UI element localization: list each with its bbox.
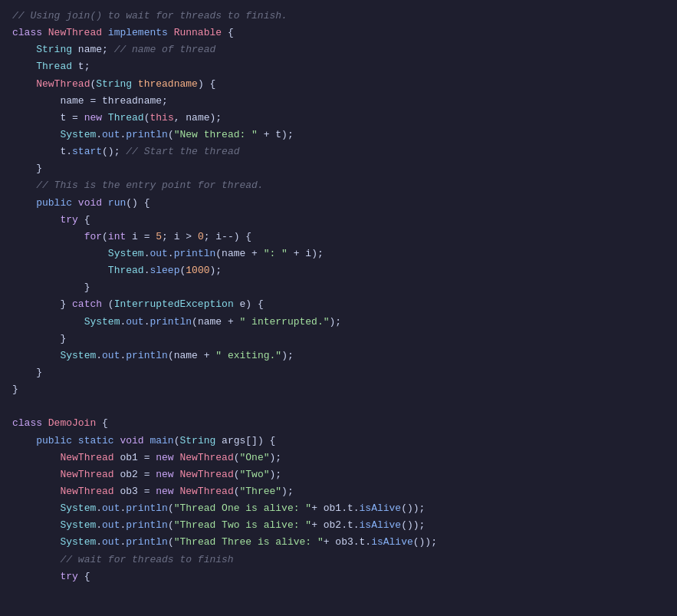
var-ob2: ob2 = — [120, 467, 156, 483]
indent-33 — [12, 552, 60, 568]
indent-7 — [12, 110, 60, 126]
code-line-27: NewThread ob1 = new NewThread("One"); — [0, 450, 677, 466]
code-line-16: Thread.sleep(1000); — [0, 262, 677, 279]
plus-30: + ob1.t. — [311, 501, 359, 516]
code-line-10: } — [0, 160, 677, 177]
println-15: println — [174, 246, 216, 262]
out-32: out — [102, 535, 120, 550]
out-8: out — [102, 127, 120, 143]
paren-31b: ()); — [401, 518, 425, 533]
var-t-9: t — [60, 144, 66, 160]
str-three: "Three" — [240, 484, 282, 499]
paren-9: (); — [102, 144, 126, 160]
paren-16b: ); — [210, 263, 222, 278]
var-i: i = — [132, 229, 156, 245]
paren-5b: ) { — [198, 77, 215, 92]
classname-newthread: NewThread — [48, 25, 108, 41]
code-line-5: NewThread(String threadname) { — [0, 76, 677, 93]
indent-26 — [12, 433, 36, 449]
paren-27b: ); — [270, 450, 282, 466]
code-editor: // Using join() to wait for threads to f… — [0, 0, 677, 616]
paren-5: ( — [90, 77, 96, 92]
code-line-1: // Using join() to wait for threads to f… — [0, 8, 677, 25]
code-line-6: name = threadname; — [0, 93, 677, 110]
type-thread-2: Thread — [108, 110, 144, 126]
brace-close-17: } — [84, 280, 90, 295]
paren-8a: ( — [168, 127, 174, 143]
paren-32a: ( — [168, 535, 174, 550]
paren-7: ( — [144, 110, 150, 126]
classname-runnable: Runnable — [174, 25, 228, 41]
type-interrupted: InterruptedException — [114, 297, 240, 312]
system-19: System — [84, 315, 120, 330]
paren-29b: ); — [281, 484, 294, 499]
plus-31: + ob2.t. — [311, 518, 359, 533]
method-run: run — [108, 196, 126, 211]
method-isalive-3: isAlive — [371, 535, 413, 550]
paren-26a: ( — [174, 433, 180, 449]
kw-void-1: void — [78, 196, 108, 211]
kw-this: this — [150, 110, 173, 126]
comment-name: // name of thread — [114, 42, 216, 58]
dot-32b: . — [120, 535, 126, 550]
dot-21b: . — [120, 348, 126, 364]
indent-6 — [12, 94, 60, 109]
var-ob3: ob3 = — [120, 484, 156, 499]
dot-30b: . — [120, 501, 126, 516]
out-30: out — [102, 501, 120, 516]
paren-19b: ); — [330, 315, 342, 330]
println-19: println — [150, 315, 192, 330]
indent-13 — [12, 212, 60, 228]
dot-9: . — [66, 144, 72, 160]
code-line-33: // wait for threads to finish — [0, 552, 677, 568]
dot-15b: . — [168, 246, 174, 262]
code-line-25: class DemoJoin { — [0, 415, 677, 432]
code-line-4: Thread t; — [0, 58, 677, 75]
println-32: println — [126, 535, 168, 550]
method-start: start — [72, 144, 102, 160]
var-ob1: ob1 = — [120, 450, 156, 466]
kw-class-2: class — [12, 416, 48, 431]
system-15: System — [108, 246, 144, 262]
code-line-22: } — [0, 364, 677, 381]
paren-30b: ()); — [401, 501, 425, 516]
line-1-comment: // Using join() to wait for threads to f… — [12, 8, 288, 24]
code-line-7: t = new Thread(this, name); — [0, 110, 677, 127]
comment-entry: // This is the entry point for thread. — [36, 178, 263, 193]
code-line-30: System.out.println("Thread One is alive:… — [0, 500, 677, 517]
indent-19 — [12, 315, 84, 330]
var-e: e — [239, 297, 245, 312]
indent-5 — [12, 77, 36, 92]
indent-32 — [12, 535, 60, 550]
indent-12 — [12, 196, 36, 211]
str-alive3: "Thread Three is alive: " — [174, 535, 324, 550]
brace-close-10: } — [36, 161, 42, 176]
var-args: args[]) { — [222, 433, 275, 449]
kw-void-2: void — [120, 433, 150, 449]
code-line-3: String name; // name of thread — [0, 41, 677, 58]
semi-14: ; i > — [162, 229, 198, 245]
code-line-8: System.out.println("New thread: " + t); — [0, 127, 677, 143]
println-31: println — [126, 518, 168, 533]
method-sleep: sleep — [150, 263, 179, 278]
str-exiting: " exiting." — [215, 348, 281, 364]
system-32: System — [60, 535, 96, 550]
str-colon: ": " — [264, 246, 288, 262]
out-19: out — [126, 315, 143, 330]
method-isalive-1: isAlive — [360, 501, 402, 516]
var-name: name; — [78, 42, 114, 58]
indent-18 — [12, 297, 60, 312]
type-newthread-2: NewThread — [60, 467, 120, 483]
indent-14 — [12, 229, 84, 245]
dot-8b: . — [120, 127, 126, 143]
indent-22 — [12, 365, 36, 380]
kw-try: try — [60, 212, 84, 228]
str-alive2: "Thread Two is alive: " — [174, 518, 311, 533]
paren-18b: ) { — [245, 297, 263, 312]
code-line-21: System.out.println(name + " exiting."); — [0, 348, 677, 364]
system-30: System — [60, 501, 96, 516]
code-line-28: NewThread ob2 = new NewThread("Two"); — [0, 466, 677, 483]
str-one: "One" — [240, 450, 270, 466]
indent-21 — [12, 348, 60, 364]
dot-16: . — [144, 263, 150, 278]
